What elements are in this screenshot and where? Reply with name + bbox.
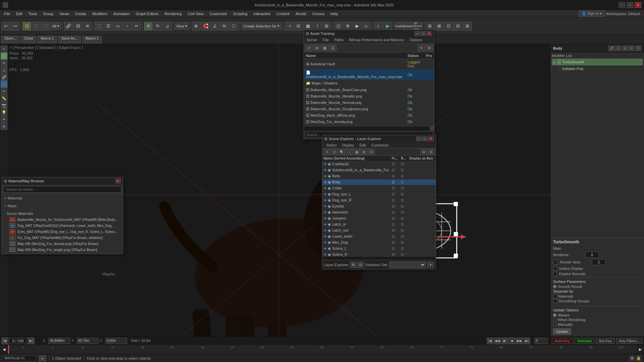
ts-explicit-checkbox[interactable] — [553, 272, 557, 276]
filter-dropdown[interactable]: All ▾ — [51, 22, 61, 30]
lt-paint[interactable]: ✏ — [1, 88, 7, 95]
mb-maps-header[interactable]: + Maps — [4, 203, 121, 209]
se-col-display[interactable]: Display as Box — [408, 156, 436, 161]
mb-materials-header[interactable]: + Materials — [4, 195, 121, 201]
at-close-btn[interactable]: ✕ — [427, 31, 432, 36]
extra-btn-3[interactable]: ⊡ — [444, 22, 453, 31]
snap-toggle-button[interactable]: 🧲 — [201, 22, 210, 31]
table-row[interactable]: 👁 ◉ Dog_eye_L ⊡ ⊡ — [322, 191, 436, 197]
lt-scale[interactable]: ⊿ — [1, 67, 7, 73]
menu-file[interactable]: File — [1, 11, 13, 16]
open-button[interactable]: Open... — [1, 36, 19, 43]
table-row[interactable]: 🖼 Bakerville_Muzzle_Metallic.png Ok — [304, 93, 434, 100]
macro1-button[interactable]: Macro 1 — [38, 36, 57, 43]
timeline-end-btn[interactable]: ▶ — [636, 347, 644, 352]
menu-edit[interactable]: Edit — [13, 11, 25, 16]
at-tab-options[interactable]: Options — [407, 37, 425, 43]
table-row[interactable]: 🖼 Bakerville_Muzzle_BaseColor.png Ok — [304, 87, 434, 93]
se-btn-find[interactable]: 🔍 — [338, 149, 345, 155]
ts-render-iters-checkbox[interactable]: ✓ — [553, 260, 558, 264]
table-row[interactable]: 👁 ◉ Xoloitzcuintli_in_a_Baskerville_Fur … — [322, 167, 436, 173]
se-maximize-btn[interactable]: □ — [422, 136, 428, 141]
align-button[interactable]: ⊟ — [294, 22, 303, 31]
uo-manually-radio[interactable] — [553, 323, 556, 326]
table-row[interactable]: 👁 ◉ Dog_eye_R ⊡ ⊡ — [322, 197, 436, 203]
grid-icon[interactable]: ⊞ — [629, 356, 635, 361]
at-col-status[interactable]: Status — [406, 53, 424, 59]
lt-helper[interactable]: ✦ — [1, 116, 7, 123]
menu-views[interactable]: Views — [57, 11, 72, 16]
table-row[interactable]: 📁 Maps / Shaders — [304, 80, 434, 87]
select-scale-button[interactable]: ⊿ — [163, 22, 171, 31]
ts-isoline-checkbox[interactable] — [553, 266, 557, 270]
mirror-button[interactable]: ⊣ — [285, 22, 293, 31]
mb-scene-materials-header[interactable]: - Scene Materials — [4, 210, 121, 217]
se-btn-extra[interactable]: ☰ — [428, 149, 434, 155]
table-row-body[interactable]: 👁 ◉ Body ⊡ ⊡ — [322, 179, 436, 185]
table-row[interactable]: 👁 ◉ Eyelids ⊡ ⊡ — [322, 203, 436, 209]
table-row[interactable]: 👁 ◉ Lower_teeth ⊡ ⊡ — [322, 234, 436, 240]
y-value[interactable]: 40,70m — [77, 338, 99, 344]
render-setup-button[interactable]: ⚙ — [343, 22, 352, 31]
table-row[interactable]: 👁 ◉ Collar ⊡ ⊡ — [322, 185, 436, 191]
maxscript-expand[interactable]: ▶ — [39, 355, 46, 361]
lt-measure[interactable]: 📏 — [1, 95, 7, 102]
se-tab-edit[interactable]: Edit — [357, 142, 369, 148]
se-minimize-btn[interactable]: ─ — [416, 136, 422, 141]
at-col-name[interactable]: Name — [304, 53, 406, 59]
lt-spacewarp[interactable]: ≋ — [1, 123, 7, 130]
se-tab-customize[interactable]: Customize — [369, 142, 391, 148]
se-btn-collapse[interactable]: ⊟ — [368, 149, 375, 155]
minimize-button[interactable]: ─ — [619, 2, 625, 8]
se-close-btn[interactable]: ✕ — [428, 136, 434, 141]
se-selection-dropdown[interactable] — [389, 261, 426, 268]
se-btn-settings[interactable]: ⚙ — [420, 149, 427, 155]
skip-end-btn[interactable]: ▶| — [524, 338, 530, 344]
angle-snap-button[interactable]: ∠ — [211, 22, 219, 31]
extra-btn-2[interactable]: ⊠ — [435, 22, 444, 31]
uo-always-radio[interactable] — [553, 313, 556, 317]
panel-settings-icon[interactable]: ⚙ — [635, 46, 641, 51]
list-item[interactable]: M Eyes_MAT (VRayMtl) [Dog_eye_L, Dog_eye… — [4, 229, 121, 235]
schematic-view-button[interactable]: ⊞ — [322, 22, 331, 31]
percent-snap-button[interactable]: % — [220, 22, 229, 31]
rectangular-select-button[interactable]: ▭ — [113, 22, 122, 31]
modifier-editablepoly[interactable]: ▷ Editable Poly — [552, 65, 643, 72]
lock-icon[interactable]: 🔒 — [636, 356, 641, 361]
se-btn-sort[interactable]: ↕ — [346, 149, 353, 155]
se-btn-close[interactable]: ✕ — [324, 149, 330, 155]
select-filter-button[interactable]: ⬚ — [95, 22, 103, 31]
asset-tracking-header[interactable]: ⊟ Asset Tracking ─ □ ✕ — [304, 30, 434, 37]
select-move-button[interactable]: ✛ — [144, 22, 153, 31]
menu-rendering[interactable]: Rendering — [162, 11, 184, 16]
timeline-start-btn[interactable]: ◀ — [0, 347, 8, 352]
extra-btn-1[interactable]: ⊞ — [426, 22, 434, 31]
table-row[interactable]: 👁 ◉ Sclera_R ⊡ ⊡ — [322, 252, 436, 257]
at-btn-1[interactable]: ↺ — [305, 45, 312, 51]
lt-move[interactable]: ✛ — [1, 53, 7, 59]
unlink-button[interactable]: ⛓ — [73, 22, 82, 31]
curve-editor-button[interactable]: ⌇ — [313, 22, 322, 31]
menu-create[interactable]: Create — [72, 11, 89, 16]
at-col-pro[interactable]: Pro — [424, 53, 434, 59]
menu-customize[interactable]: Customize — [207, 11, 230, 16]
list-item[interactable]: M Baskerville_Muzzle_for_Xoloitzcuintli_… — [4, 217, 121, 223]
prev-frame-btn[interactable]: |◀ — [1, 338, 8, 344]
autokey-button[interactable]: Auto Key — [552, 338, 573, 344]
render-button[interactable]: ▷ — [362, 22, 371, 31]
at-btn-3[interactable]: ▦ — [321, 45, 328, 51]
se-btn-expand[interactable]: ⊞ — [361, 149, 367, 155]
setkey-button[interactable]: Set Key — [596, 338, 615, 344]
lasso-select-button[interactable]: ○ — [123, 22, 131, 31]
at-tab-paths[interactable]: Paths — [331, 37, 346, 43]
sp-smoothing-checkbox[interactable] — [553, 299, 557, 303]
at-btn-settings[interactable]: ⚙ — [426, 45, 433, 51]
frame-counter[interactable]: 0 / 100 — [9, 338, 27, 344]
se-bottom-btn1[interactable]: ⊞ — [350, 262, 357, 268]
list-item[interactable]: H Fur_Dog_MAT (VRayHairMtl) [VRayFur-Bro… — [4, 235, 121, 241]
table-row[interactable]: 👁 ◉ Mex_Dog ⊡ ⊡ — [322, 240, 436, 246]
menu-arnold[interactable]: Arnold — [293, 11, 309, 16]
close-button[interactable]: ✕ — [635, 2, 641, 8]
select-object-button[interactable]: ⊡ — [22, 22, 31, 31]
render-stats-button[interactable]: ▶ — [383, 22, 392, 31]
